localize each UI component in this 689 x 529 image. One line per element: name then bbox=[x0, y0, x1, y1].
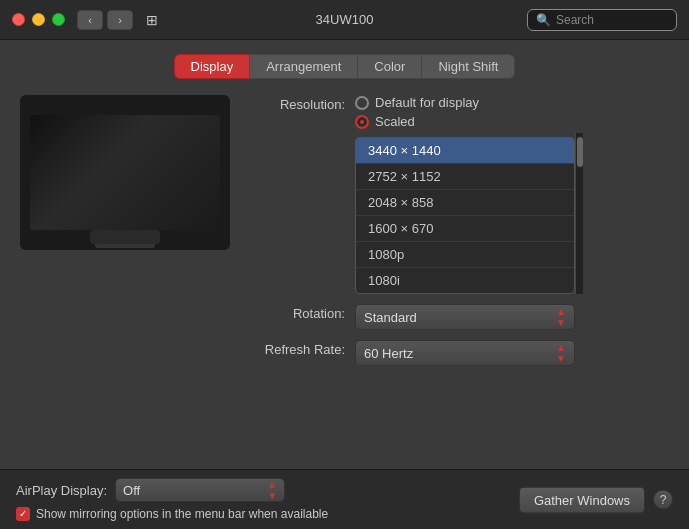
tab-display[interactable]: Display bbox=[174, 54, 251, 79]
titlebar: ‹ › ⊞ 34UW100 🔍 bbox=[0, 0, 689, 40]
down-arrow-icon: ▼ bbox=[556, 318, 566, 328]
back-button[interactable]: ‹ bbox=[77, 10, 103, 30]
airplay-dropdown[interactable]: Off ▲ ▼ bbox=[115, 478, 285, 502]
search-input[interactable] bbox=[556, 13, 668, 27]
monitor-screen bbox=[30, 115, 220, 230]
monitor-preview bbox=[20, 95, 230, 250]
help-button[interactable]: ? bbox=[653, 490, 673, 510]
tab-nightshift[interactable]: Night Shift bbox=[422, 54, 515, 79]
list-item[interactable]: 2048 × 858 bbox=[356, 190, 574, 216]
refresh-rate-dropdown[interactable]: 60 Hertz ▲ ▼ bbox=[355, 340, 575, 366]
forward-button[interactable]: › bbox=[107, 10, 133, 30]
up-arrow-icon: ▲ bbox=[556, 343, 566, 353]
mirror-row: ✓ Show mirroring options in the menu bar… bbox=[16, 507, 328, 521]
nav-buttons: ‹ › bbox=[77, 10, 133, 30]
search-box[interactable]: 🔍 bbox=[527, 9, 677, 31]
resolution-label: Resolution: bbox=[250, 95, 355, 112]
refresh-rate-label: Refresh Rate: bbox=[250, 340, 355, 357]
rotation-dropdown[interactable]: Standard ▲ ▼ bbox=[355, 304, 575, 330]
gather-windows-button[interactable]: Gather Windows bbox=[519, 486, 645, 513]
refresh-rate-arrows: ▲ ▼ bbox=[556, 343, 566, 364]
rotation-value: Standard bbox=[364, 310, 417, 325]
main-body: Resolution: Default for display Scaled 3… bbox=[20, 95, 669, 376]
rotation-arrows: ▲ ▼ bbox=[556, 307, 566, 328]
airplay-arrows: ▲ ▼ bbox=[267, 480, 277, 501]
refresh-rate-value: 60 Hertz bbox=[364, 346, 413, 361]
settings-panel: Resolution: Default for display Scaled 3… bbox=[250, 95, 669, 376]
minimize-button[interactable] bbox=[32, 13, 45, 26]
tab-color[interactable]: Color bbox=[358, 54, 422, 79]
checkmark-icon: ✓ bbox=[19, 509, 27, 519]
resolution-list-container: 3440 × 1440 2752 × 1152 2048 × 858 1600 … bbox=[355, 133, 583, 294]
radio-scaled-label: Scaled bbox=[375, 114, 415, 129]
grid-button[interactable]: ⊞ bbox=[139, 10, 165, 30]
tab-bar: Display Arrangement Color Night Shift bbox=[20, 54, 669, 79]
list-item[interactable]: 2752 × 1152 bbox=[356, 164, 574, 190]
window-title: 34UW100 bbox=[316, 12, 374, 27]
resolution-options: Default for display Scaled 3440 × 1440 2… bbox=[355, 95, 583, 294]
up-arrow-icon: ▲ bbox=[556, 307, 566, 317]
list-item[interactable]: 1600 × 670 bbox=[356, 216, 574, 242]
monitor-stand bbox=[90, 230, 160, 244]
bottom-right-buttons: Gather Windows ? bbox=[519, 486, 673, 513]
resolution-row: Resolution: Default for display Scaled 3… bbox=[250, 95, 669, 294]
content-area: Display Arrangement Color Night Shift Re… bbox=[0, 40, 689, 390]
rotation-label: Rotation: bbox=[250, 304, 355, 321]
airplay-value: Off bbox=[123, 483, 140, 498]
traffic-lights bbox=[12, 13, 65, 26]
list-item[interactable]: 1080i bbox=[356, 268, 574, 293]
scrollbar-thumb[interactable] bbox=[577, 137, 583, 167]
list-item[interactable]: 3440 × 1440 bbox=[356, 138, 574, 164]
mirror-checkbox[interactable]: ✓ bbox=[16, 507, 30, 521]
down-arrow-icon: ▼ bbox=[556, 354, 566, 364]
mirror-label: Show mirroring options in the menu bar w… bbox=[36, 507, 328, 521]
bottom-bar: AirPlay Display: Off ▲ ▼ ✓ Show mirrorin… bbox=[0, 469, 689, 529]
down-arrow-icon: ▼ bbox=[267, 491, 277, 501]
radio-default-label: Default for display bbox=[375, 95, 479, 110]
tab-arrangement[interactable]: Arrangement bbox=[250, 54, 358, 79]
radio-scaled[interactable]: Scaled bbox=[355, 114, 583, 129]
airplay-row: AirPlay Display: Off ▲ ▼ bbox=[16, 478, 285, 502]
airplay-label: AirPlay Display: bbox=[16, 483, 107, 498]
radio-default-input[interactable] bbox=[355, 96, 369, 110]
refresh-rate-row: Refresh Rate: 60 Hertz ▲ ▼ bbox=[250, 340, 669, 366]
list-item[interactable]: 1080p bbox=[356, 242, 574, 268]
maximize-button[interactable] bbox=[52, 13, 65, 26]
up-arrow-icon: ▲ bbox=[267, 480, 277, 490]
radio-default[interactable]: Default for display bbox=[355, 95, 583, 110]
scrollbar[interactable] bbox=[575, 133, 583, 294]
search-icon: 🔍 bbox=[536, 13, 551, 27]
resolution-list: 3440 × 1440 2752 × 1152 2048 × 858 1600 … bbox=[355, 137, 575, 294]
close-button[interactable] bbox=[12, 13, 25, 26]
radio-scaled-input[interactable] bbox=[355, 115, 369, 129]
rotation-row: Rotation: Standard ▲ ▼ bbox=[250, 304, 669, 330]
